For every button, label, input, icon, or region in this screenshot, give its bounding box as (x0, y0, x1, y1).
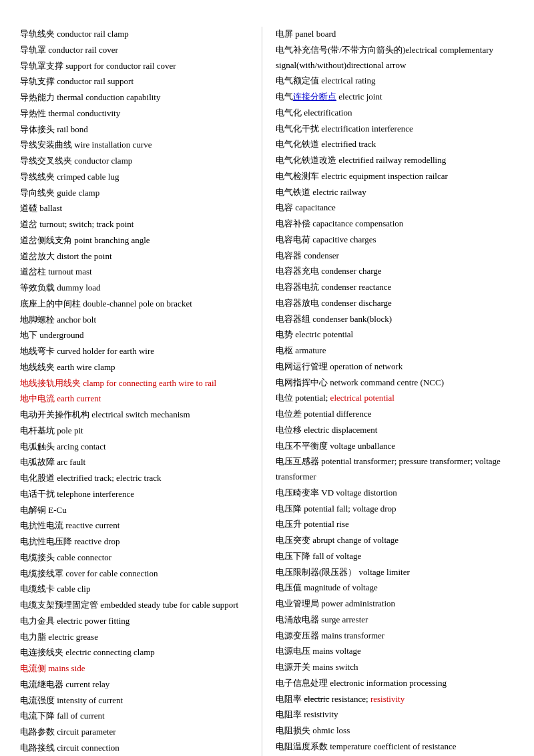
list-item: 地下 underground (20, 328, 248, 343)
list-item: 电气额定值 electrical rating (276, 73, 504, 89)
list-item: 导轨线夹 conductor rail clamp (20, 27, 248, 42)
list-item: 电路参数 circuit parameter (20, 725, 248, 740)
list-item: 底座上的中间柱 double-channel pole on bracket (20, 297, 248, 312)
list-item: 电流强度 intensity of current (20, 693, 248, 709)
list-item: 电弧触头 arcing contact (20, 439, 248, 455)
list-item: 电压降 potential fall; voltage drop (276, 502, 504, 517)
list-item: 电缆支架预埋固定管 embedded steady tube for cable… (20, 598, 248, 613)
list-item: 电抗性电流 reactive current (20, 518, 248, 534)
list-item: 电容补偿 capacitance compensation (276, 216, 504, 232)
list-item: 电位差 potential difference (276, 407, 504, 422)
list-item: 电压升 potential rise (276, 517, 504, 532)
list-item: 电气连接分断点 electric joint (276, 89, 504, 105)
list-item: 电气检测车 electric equipment inspection rail… (276, 169, 504, 184)
list-item: 道岔放大 distort the point (20, 249, 248, 264)
list-item: 电容器放电 condenser discharge (276, 296, 504, 311)
list-item: 电子信息处理 electronic information processing (276, 676, 504, 691)
list-item: 电缆接头 cable connector (20, 550, 248, 566)
list-item: 电流下降 fall of current (20, 709, 248, 724)
list-item: 导热能力 thermal conduction capability (20, 90, 248, 106)
list-item: 电容 capacitance (276, 200, 504, 216)
list-item: 电容电荷 capacitive charges (276, 232, 504, 248)
list-item: 电源电压 mains voltage (276, 644, 504, 659)
list-item: 电网运行管理 operation of network (276, 359, 504, 375)
list-item: 电源开关 mains switch (276, 660, 504, 675)
list-item: 电力脂 electric grease (20, 630, 248, 645)
list-item: 导线交叉线夹 conductor clamp (20, 154, 248, 169)
list-item: 电容器电抗 condenser reactance (276, 280, 504, 295)
list-item: 电网指挥中心 network command centre (NCC) (276, 375, 504, 391)
list-item: 电缆线卡 cable clip (20, 582, 248, 597)
list-item: 电连接线夹 electric connecting clamp (20, 645, 248, 660)
list-item: 电容器组 condenser bank(block) (276, 312, 504, 327)
list-item: 电压值 magnitude of voltage (276, 580, 504, 596)
list-item: 道碴 ballast (20, 201, 248, 216)
list-item: 电气补充信号(带/不带方向箭头的)electrical complementar… (276, 43, 504, 73)
list-item: 道岔侧线支角 point branching angle (20, 233, 248, 248)
list-item: 电气化 electrification (276, 106, 504, 121)
list-item: 电阻损失 ohmic loss (276, 723, 504, 739)
list-item: 导轨支撑 conductor rail support (20, 74, 248, 89)
list-item: 地中电流 earth current (20, 391, 248, 407)
list-item: 电话干扰 telephone interference (20, 487, 248, 502)
list-item: 电阻率 resistivity (276, 707, 504, 723)
list-item: 电业管理局 power administration (276, 596, 504, 612)
list-item: 电源变压器 mains transformer (276, 628, 504, 644)
list-item: 等效负载 dummy load (20, 280, 248, 296)
list-item: 电容器 condenser (276, 248, 504, 264)
left-column: 导轨线夹 conductor rail clamp导轨罩 conductor r… (20, 27, 262, 756)
list-item: 地线线夹 earth wire clamp (20, 360, 248, 375)
list-item: 导线安装曲线 wire installation curve (20, 138, 248, 153)
list-item: 电压互感器 potential transformer; pressure tr… (276, 454, 504, 485)
list-item: 电气化干扰 electrification interference (276, 122, 504, 137)
right-column: 电屏 panel board电气补充信号(带/不带方向箭头的)electrica… (276, 27, 514, 756)
list-item: 电解铜 E-Cu (20, 503, 248, 518)
list-item: 电压畸变率 VD voltage distortion (276, 486, 504, 501)
list-item: 电容器充电 condenser charge (276, 264, 504, 279)
list-item: 电枢 armature (276, 343, 504, 359)
list-item: 电涌放电器 surge arrester (276, 612, 504, 628)
list-item: 电弧故障 arc fault (20, 455, 248, 470)
list-item: 道岔柱 turnout mast (20, 264, 248, 280)
list-item: 电势 electric potential (276, 327, 504, 343)
list-item: 地脚螺栓 anchor bolt (20, 313, 248, 328)
list-item: 电压下降 fall of voltage (276, 549, 504, 564)
list-item: 电缆接线罩 cover for cable connection (20, 566, 248, 582)
list-item: 电力金具 electric power fitting (20, 614, 248, 629)
list-item: 电杆基坑 pole pit (20, 423, 248, 439)
list-item: 电流继电器 current relay (20, 677, 248, 693)
list-item: 电路接线 circuit connection (20, 741, 248, 756)
list-item: 地线弯卡 curved holder for earth wire (20, 344, 248, 359)
list-item: 道岔 turnout; switch; track point (20, 217, 248, 232)
list-item: 电气铁道 electric railway (276, 185, 504, 200)
list-item: 电气化铁道 electrified track (276, 137, 504, 152)
list-item: 导轨罩 conductor rail cover (20, 43, 248, 58)
list-item: 电动开关操作机构 electrical switch mechanism (20, 407, 248, 423)
list-item: 导线线夹 crimped cable lug (20, 170, 248, 185)
list-item: 导轨罩支撑 support for conductor rail cover (20, 59, 248, 74)
list-item: 电阻温度系数 temperature coefficient of resist… (276, 739, 504, 755)
list-item: 电气化铁道改造 electrified railway remodelling (276, 153, 504, 168)
list-item: 地线接轨用线夹 clamp for connecting earth wire … (20, 376, 248, 391)
list-item: 电压突变 abrupt change of voltage (276, 533, 504, 548)
main-page: 导轨线夹 conductor rail clamp导轨罩 conductor r… (0, 0, 534, 756)
list-item: 导体接头 rail bond (20, 122, 248, 138)
list-item: 电化股道 electrified track; electric track (20, 471, 248, 486)
list-item: 电压限制器(限压器） voltage limiter (276, 565, 504, 580)
list-item: 导向线夹 guide clamp (20, 186, 248, 201)
list-item: 电屏 panel board (276, 27, 504, 42)
list-item: 电压不平衡度 voltage unballance (276, 439, 504, 454)
list-item: 导热性 thermal conductivity (20, 106, 248, 122)
list-item: 电位移 electric displacement (276, 423, 504, 438)
list-item: 电流侧 mains side (20, 661, 248, 677)
list-item: 电抗性电压降 reactive drop (20, 534, 248, 550)
list-item: 电阻率 electric resistance; resistivity (276, 692, 504, 707)
list-item: 电位 potential; electrical potential (276, 391, 504, 406)
